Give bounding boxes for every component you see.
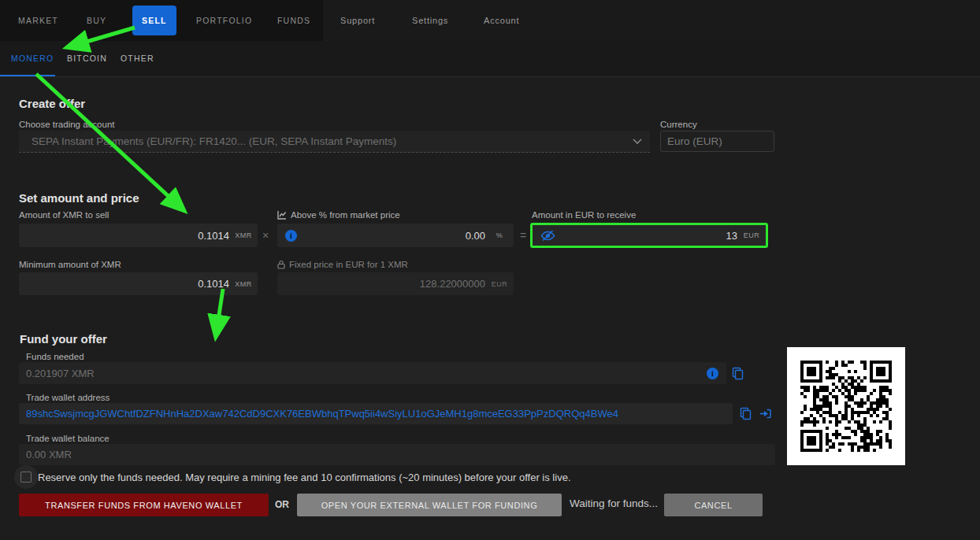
nav-item-settings[interactable]: Settings (412, 0, 448, 41)
external-wallet-button[interactable]: OPEN YOUR EXTERNAL WALLET FOR FUNDING (297, 494, 562, 516)
market-pct-label: Above % from market price (277, 210, 400, 221)
amount-suffix: XMR (229, 231, 258, 239)
copy-address-icon[interactable] (739, 407, 752, 420)
amount-to-sell-label: Amount of XMR to sell (19, 210, 109, 220)
line-chart-icon (277, 210, 287, 221)
open-wallet-arrow-icon[interactable] (759, 408, 772, 420)
receive-amount-label: Amount in EUR to receive (532, 210, 636, 220)
top-navigation: MARKET BUY SELL PORTFOLIO FUNDS Support … (0, 0, 980, 41)
eur-suffix: EUR (737, 231, 766, 239)
nav-item-portfolio[interactable]: PORTFOLIO (196, 0, 252, 41)
wallet-address-input[interactable] (19, 408, 733, 420)
wallet-address-label: Trade wallet address (26, 393, 110, 402)
lock-icon (277, 260, 285, 271)
fixed-price-field: EUR (277, 272, 514, 295)
tab-monero[interactable]: MONERO (11, 41, 54, 76)
trading-account-select[interactable]: SEPA Instant Payments (EUR/FR): FR1420..… (19, 131, 650, 153)
currency-field[interactable] (660, 131, 774, 152)
fixed-price-input[interactable] (277, 278, 485, 290)
fixed-price-suffix: EUR (485, 280, 514, 288)
fixed-price-label: Fixed price in EUR for 1 XMR (277, 260, 408, 271)
eye-slash-icon[interactable] (540, 230, 555, 242)
wallet-balance-field (19, 444, 775, 465)
cancel-button[interactable]: CANCEL (664, 494, 763, 516)
create-sell-offer-page: MARKET BUY SELL PORTFOLIO FUNDS Support … (0, 0, 980, 540)
amount-price-heading: Set amount and price (19, 191, 139, 205)
active-tab-underline (0, 75, 55, 76)
tab-bitcoin[interactable]: BITCOIN (67, 41, 107, 76)
wallet-balance-input[interactable] (19, 449, 775, 460)
currency-label: Currency (660, 120, 697, 129)
receive-amount-input[interactable] (555, 230, 737, 242)
transfer-funds-button[interactable]: TRANSFER FUNDS FROM HAVENO WALLET (19, 494, 269, 516)
funds-needed-field: i (19, 362, 726, 384)
equals-sign: = (520, 229, 526, 242)
currency-tabs: MONERO BITCOIN OTHER (0, 41, 980, 77)
or-label: OR (275, 499, 289, 510)
nav-item-support[interactable]: Support (340, 0, 375, 41)
market-pct-field: i % (277, 224, 514, 247)
nav-item-sell[interactable]: SELL (132, 6, 176, 35)
nav-item-funds[interactable]: FUNDS (277, 0, 310, 41)
tab-other[interactable]: OTHER (121, 41, 154, 76)
amount-to-sell-field: XMR (19, 224, 258, 247)
amount-to-sell-input[interactable] (19, 230, 229, 242)
reserve-checkbox[interactable] (20, 472, 32, 483)
nav-item-market[interactable]: MARKET (18, 0, 58, 41)
wallet-balance-label: Trade wallet balance (26, 434, 110, 443)
trading-account-value: SEPA Instant Payments (EUR/FR): FR1420..… (32, 135, 396, 147)
receive-amount-field: EUR (530, 223, 768, 248)
funds-needed-input[interactable] (19, 368, 699, 379)
chevron-down-icon (633, 139, 642, 144)
minimum-amount-label: Minimum amount of XMR (19, 260, 121, 269)
copy-funds-icon[interactable] (731, 367, 744, 380)
nav-item-account[interactable]: Account (484, 0, 519, 41)
reserve-note: Reserve only the funds needed. May requi… (38, 472, 571, 483)
funds-needed-label: Funds needed (26, 352, 84, 361)
info-icon[interactable]: i (285, 230, 297, 242)
market-pct-input[interactable] (297, 230, 485, 242)
wallet-address-field (19, 403, 733, 424)
wallet-qr-code (787, 347, 905, 465)
minimum-amount-input[interactable] (19, 278, 229, 290)
trading-account-label: Choose trading account (19, 120, 114, 129)
create-offer-heading: Create offer (19, 97, 85, 110)
funds-info-icon[interactable]: i (707, 368, 718, 379)
multiply-sign: × (262, 229, 269, 242)
min-amount-suffix: XMR (229, 280, 258, 288)
minimum-amount-field: XMR (19, 272, 258, 295)
fund-offer-heading: Fund your offer (20, 332, 107, 346)
waiting-status: Waiting for funds... (570, 497, 658, 509)
pct-suffix: % (485, 231, 514, 239)
nav-item-buy[interactable]: BUY (87, 0, 106, 41)
